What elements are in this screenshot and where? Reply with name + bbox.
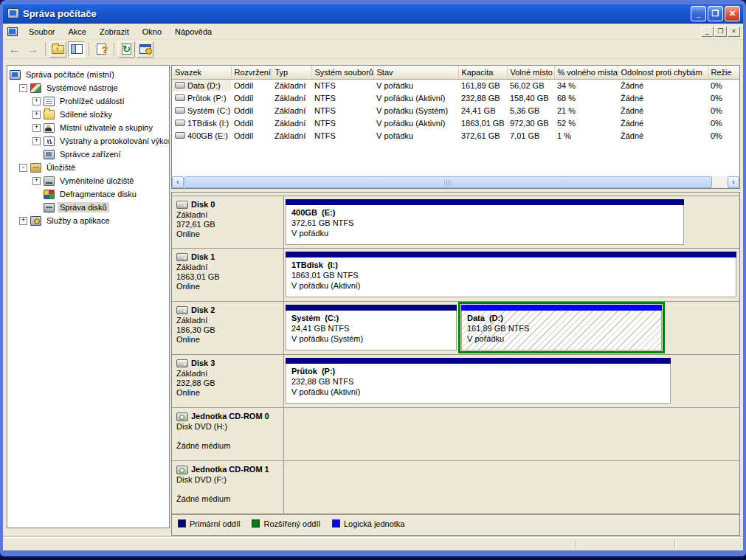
logical-drive-stripe: [461, 305, 662, 311]
refresh-icon: ↻: [122, 44, 131, 55]
cdrom-row-0: Jednotka CD-ROM 0 Disk DVD (H:) Žádné mé…: [172, 408, 739, 461]
maximize-button[interactable]: ❐: [708, 6, 723, 21]
services-icon: [30, 216, 41, 226]
extended-partition-frame: Data (D:) 161,89 GB NTFS V pořádku: [458, 302, 665, 353]
shared-folders-icon: [44, 110, 55, 120]
expand-expander[interactable]: +: [19, 217, 27, 225]
refresh-button[interactable]: ↻: [118, 41, 135, 58]
disk-management-icon: [44, 203, 55, 212]
primary-partition-stripe: [286, 252, 736, 257]
partition-data-d-selected[interactable]: Data (D:) 161,89 GB NTFS V pořádku: [461, 305, 662, 350]
menu-napoveda[interactable]: Nápověda: [168, 25, 218, 38]
legend-logical: Logická jednotka: [332, 519, 405, 528]
tree-item-computer-management[interactable]: Správa počítače (místní): [7, 68, 169, 81]
expand-expander[interactable]: +: [32, 177, 41, 185]
show-console-tree-button[interactable]: [68, 41, 85, 58]
mdi-restore-button[interactable]: ❐: [714, 27, 727, 37]
partition-1tbdisk-i[interactable]: 1TBdisk (I:) 1863,01 GB NTFS V pořádku (…: [286, 252, 736, 297]
partition-prutok-p[interactable]: Průtok (P:) 232,88 GB NTFS V pořádku (Ak…: [286, 358, 671, 404]
disk-descriptor[interactable]: Disk 2 Základní 186,30 GB Online: [172, 302, 284, 354]
disk-descriptor[interactable]: Disk 0 Základní 372,61 GB Online: [172, 196, 284, 248]
mdi-minimize-button[interactable]: _: [701, 27, 714, 37]
expand-expander[interactable]: +: [32, 111, 41, 119]
menu-zobrazit[interactable]: Zobrazit: [93, 25, 136, 38]
col-header-rozvrzeni[interactable]: Rozvržení: [231, 66, 272, 79]
disk-graphical-pane: Disk 0 Základní 372,61 GB Online 400GB (…: [171, 192, 740, 536]
performance-icon: [44, 136, 55, 146]
help-button[interactable]: ?: [93, 41, 110, 58]
forward-button[interactable]: →: [24, 41, 41, 58]
computer-management-window: Správa počítače _ ❐ ✕ Soubor Akce Zobraz…: [0, 0, 746, 556]
tree-item-defrag[interactable]: Defragmentace disku: [7, 187, 169, 201]
partition-legend: Primární oddíl Rozšířený oddíl Logická j…: [172, 514, 739, 532]
back-button[interactable]: ←: [6, 41, 23, 58]
tree-item-services[interactable]: + Služby a aplikace: [7, 214, 169, 227]
disk-row-0: Disk 0 Základní 372,61 GB Online 400GB (…: [172, 196, 739, 249]
disk-icon: [176, 201, 188, 209]
horizontal-scrollbar[interactable]: ‹ ›: [172, 176, 739, 188]
partition-400gb-e[interactable]: 400GB (E:) 372,61 GB NTFS V pořádku: [286, 199, 684, 245]
cdrom-icon: [176, 412, 188, 421]
legend-primary: Primární oddíl: [178, 519, 240, 528]
minimize-button[interactable]: _: [691, 6, 706, 21]
col-header-volne-misto[interactable]: Volné místo: [507, 66, 554, 79]
mdi-close-button[interactable]: ×: [728, 27, 740, 37]
menu-soubor[interactable]: Soubor: [22, 25, 61, 38]
close-button[interactable]: ✕: [725, 6, 740, 21]
scroll-right-arrow[interactable]: ›: [728, 176, 739, 188]
tree-item-device-manager[interactable]: Správce zařízení: [7, 148, 169, 161]
col-header-pct-volneho[interactable]: % volného místa: [554, 66, 618, 79]
cdrom-row-1: Jednotka CD-ROM 1 Disk DVD (F:) Žádné mé…: [172, 461, 739, 514]
col-header-svazek[interactable]: Svazek: [172, 66, 231, 79]
scroll-left-arrow[interactable]: ‹: [172, 176, 184, 188]
col-header-rezie[interactable]: Režie: [708, 66, 739, 79]
title-bar[interactable]: Správa počítače _ ❐ ✕: [3, 3, 743, 24]
cdrom-descriptor[interactable]: Jednotka CD-ROM 1 Disk DVD (F:) Žádné mé…: [172, 461, 284, 514]
extended-partition-swatch: [252, 519, 260, 528]
disk-descriptor[interactable]: Disk 3 Základní 232,88 GB Online: [172, 355, 284, 407]
partition-system-c[interactable]: Systém (C:) 24,41 GB NTFS V pořádku (Sys…: [286, 305, 457, 350]
expand-expander[interactable]: +: [32, 124, 41, 132]
collapse-expander[interactable]: -: [19, 164, 27, 172]
volume-icon: [175, 107, 185, 114]
expand-expander[interactable]: +: [32, 97, 41, 106]
help-icon: ?: [97, 44, 106, 55]
volume-row-prutok-p[interactable]: Průtok (P:) Oddíl Základní NTFS V pořádk…: [172, 91, 739, 104]
volume-row-data-d[interactable]: Data (D:) Oddíl Základní NTFS V pořádku …: [172, 79, 739, 91]
col-header-odolnost[interactable]: Odolnost proti chybám: [618, 66, 708, 79]
tree-item-performance-logs[interactable]: + Výstrahy a protokolování výkonu: [7, 134, 169, 148]
menu-akce[interactable]: Akce: [61, 25, 92, 38]
collapse-expander[interactable]: -: [19, 84, 27, 92]
volume-row-system-c[interactable]: Systém (C:) Oddíl Základní NTFS V pořádk…: [172, 104, 739, 117]
tree-item-local-users[interactable]: + Místní uživatelé a skupiny: [7, 121, 169, 134]
console-tree: Správa počítače (místní) - Systémové nás…: [7, 65, 170, 528]
defrag-icon: [44, 190, 55, 199]
disk-row-2: Disk 2 Základní 186,30 GB Online Systém …: [172, 302, 739, 355]
up-one-level-button[interactable]: ↑: [49, 41, 66, 58]
volume-row-1tbdisk-i[interactable]: 1TBdisk (I:) Oddíl Základní NTFS V pořád…: [172, 117, 739, 129]
cdrom-descriptor[interactable]: Jednotka CD-ROM 0 Disk DVD (H:) Žádné mé…: [172, 408, 284, 460]
system-tools-icon: [30, 83, 41, 93]
col-header-typ[interactable]: Typ: [272, 66, 311, 79]
volume-row-400gb-e[interactable]: 400GB (E:) Oddíl Základní NTFS V pořádku…: [172, 129, 739, 142]
tree-item-storage[interactable]: - Úložiště: [7, 161, 169, 174]
tree-item-shared-folders[interactable]: + Sdílené složky: [7, 108, 169, 121]
col-header-system-souboru[interactable]: Systém souborů: [311, 66, 373, 79]
primary-partition-swatch: [178, 519, 186, 528]
removable-storage-icon: [44, 176, 55, 186]
toolbar-separator: [89, 43, 89, 56]
disk-descriptor[interactable]: Disk 1 Základní 1863,01 GB Online: [172, 249, 284, 301]
tree-item-event-viewer[interactable]: + Prohlížeč událostí: [7, 94, 169, 108]
col-header-kapacita[interactable]: Kapacita: [458, 66, 507, 79]
disk-management-action-button[interactable]: [137, 41, 153, 58]
tree-item-system-tools[interactable]: - Systémové nástroje: [7, 81, 169, 94]
local-users-icon: [44, 123, 55, 133]
toolbar: ← → ↑ ? ↻: [3, 40, 743, 59]
menu-okno[interactable]: Okno: [136, 25, 168, 38]
col-header-stav[interactable]: Stav: [373, 66, 458, 79]
work-area: Správa počítače (místní) - Systémové nás…: [3, 59, 743, 550]
tree-item-disk-management[interactable]: Správa disků: [7, 201, 169, 214]
scrollbar-thumb[interactable]: [184, 176, 712, 188]
tree-item-removable-storage[interactable]: + Vyměnitelné úložiště: [7, 174, 169, 187]
expand-expander[interactable]: +: [32, 137, 41, 145]
